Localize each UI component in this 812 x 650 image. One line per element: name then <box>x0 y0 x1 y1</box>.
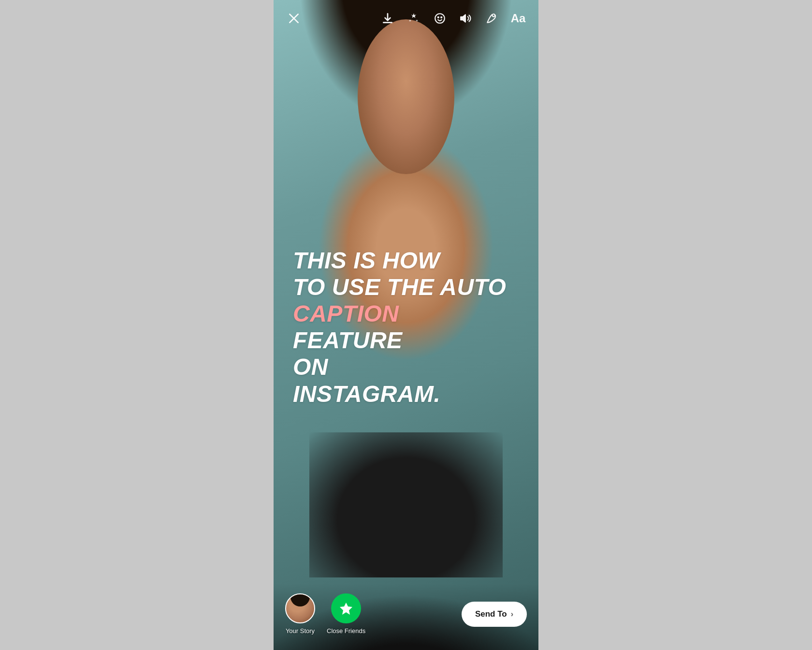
svg-marker-6 <box>461 15 465 22</box>
share-options: Your Story Close Friends <box>285 593 365 635</box>
send-to-button[interactable]: Send To › <box>462 602 527 627</box>
sticker-button[interactable] <box>431 10 449 27</box>
caption-overlay[interactable]: THIS IS HOW TO USE THE AUTO CAPTION FEAT… <box>293 247 519 407</box>
close-friends-option[interactable]: Close Friends <box>327 593 365 635</box>
download-button[interactable] <box>379 10 396 27</box>
bottom-bar: Your Story Close Friends Send To › <box>274 584 538 650</box>
your-story-label: Your Story <box>286 627 315 635</box>
user-avatar <box>285 593 315 623</box>
text-button[interactable]: Aa <box>509 10 527 27</box>
close-button[interactable] <box>285 10 303 27</box>
svg-point-3 <box>435 14 445 23</box>
top-toolbar: Aa <box>274 0 538 33</box>
svg-point-5 <box>441 17 442 18</box>
svg-point-4 <box>438 17 439 18</box>
draw-button[interactable] <box>483 10 501 27</box>
your-story-option[interactable]: Your Story <box>285 593 315 635</box>
mute-button[interactable] <box>457 10 475 27</box>
close-friends-icon <box>331 593 361 623</box>
toolbar-right-icons: Aa <box>379 10 527 27</box>
close-friends-label: Close Friends <box>327 627 365 635</box>
svg-marker-7 <box>340 603 352 615</box>
chevron-right-icon: › <box>511 610 513 619</box>
effects-button[interactable] <box>405 10 422 27</box>
caption-text: THIS IS HOW TO USE THE AUTO CAPTION FEAT… <box>293 247 519 407</box>
send-to-label: Send To <box>475 609 507 619</box>
phone-screen: Aa THIS IS HOW TO USE THE AUTO CAPTION F… <box>274 0 538 650</box>
